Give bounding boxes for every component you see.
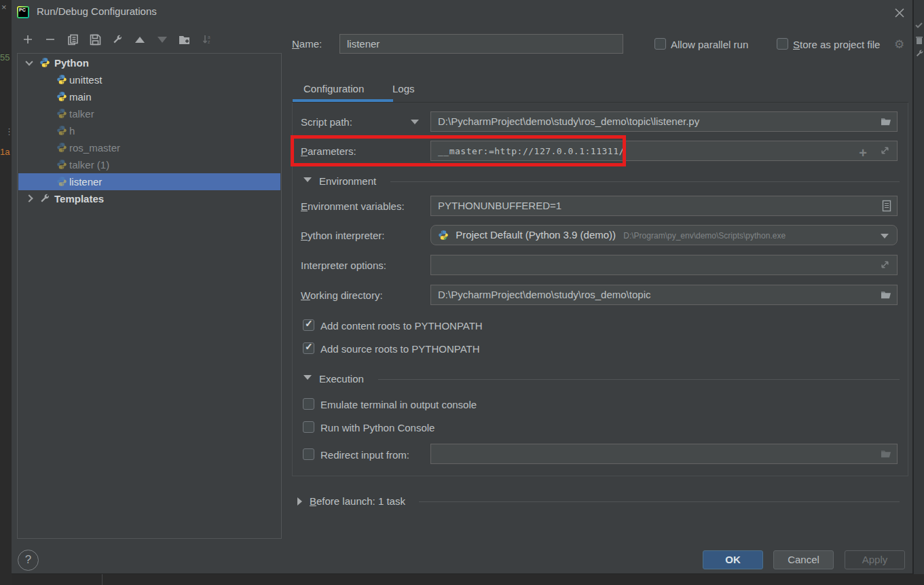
python-interpreter-combobox[interactable]: Project Default (Python 3.9 (demo)) D:\P… bbox=[430, 225, 898, 245]
before-launch-expand-icon[interactable] bbox=[297, 497, 302, 506]
script-path-value: D:\PycharmProject\demo\study\ros_demo\to… bbox=[438, 116, 699, 127]
redirect-input-label[interactable]: Redirect input from: bbox=[320, 449, 409, 461]
move-down-icon bbox=[153, 31, 171, 48]
python-icon bbox=[56, 74, 67, 85]
python-icon bbox=[56, 142, 67, 153]
screen: × 55 ⋮ 1a PC Run/Debug Configurations bbox=[0, 0, 924, 585]
tab-configuration[interactable]: Configuration bbox=[303, 83, 364, 94]
interpreter-dropdown-icon[interactable] bbox=[881, 234, 889, 238]
interpreter-options-field[interactable] bbox=[430, 255, 898, 275]
environment-section-divider bbox=[390, 181, 900, 182]
tree-item-ros-master[interactable]: ros_master bbox=[18, 139, 280, 156]
environment-section-header[interactable]: Environment bbox=[319, 175, 376, 187]
expand-field-icon[interactable] bbox=[880, 145, 890, 156]
pycharm-logo-icon: PC bbox=[17, 6, 29, 18]
run-python-console-checkbox[interactable] bbox=[303, 421, 314, 433]
dialog-title: Run/Debug Configurations bbox=[37, 5, 157, 17]
background-ide-right bbox=[913, 0, 924, 585]
redirect-input-checkbox[interactable] bbox=[303, 448, 314, 460]
folder-icon[interactable] bbox=[881, 116, 891, 126]
chevron-down-icon[interactable] bbox=[25, 58, 33, 65]
redirect-input-field[interactable] bbox=[430, 444, 898, 464]
parameters-field[interactable]: __master:=http://127.0.0.1:11311/ + bbox=[430, 141, 898, 161]
background-ide-bottom bbox=[12, 574, 924, 585]
tree-item-unittest[interactable]: unittest bbox=[18, 71, 280, 88]
edit-templates-icon[interactable] bbox=[109, 31, 126, 48]
remove-configuration-button[interactable] bbox=[41, 31, 59, 48]
add-configuration-button[interactable] bbox=[19, 31, 37, 48]
emulate-terminal-label[interactable]: Emulate terminal in output console bbox=[320, 399, 477, 410]
python-icon bbox=[56, 125, 67, 136]
tree-group-python[interactable]: Python bbox=[18, 54, 280, 71]
sort-alphabetically-icon: az bbox=[198, 31, 216, 48]
dialog-titlebar[interactable]: PC Run/Debug Configurations bbox=[12, 0, 912, 24]
working-directory-field[interactable]: D:\PycharmProject\demo\study\ros_demo\to… bbox=[430, 285, 898, 305]
tab-logs[interactable]: Logs bbox=[392, 83, 415, 94]
tree-item-label[interactable]: talker bbox=[69, 105, 94, 122]
expand-field-icon[interactable] bbox=[880, 260, 890, 270]
execution-collapse-icon[interactable] bbox=[303, 375, 312, 380]
before-launch-divider bbox=[419, 501, 900, 502]
new-folder-icon[interactable] bbox=[176, 31, 193, 48]
tree-group-label[interactable]: Templates bbox=[54, 190, 104, 207]
run-python-console-label[interactable]: Run with Python Console bbox=[320, 422, 435, 433]
close-icon[interactable] bbox=[891, 5, 908, 21]
edit-variables-icon[interactable] bbox=[882, 200, 891, 212]
working-directory-value: D:\PycharmProject\demo\study\ros_demo\to… bbox=[438, 289, 650, 300]
tree-item-label[interactable]: unittest bbox=[69, 71, 102, 88]
add-source-roots-checkbox[interactable] bbox=[303, 342, 314, 354]
emulate-terminal-checkbox[interactable] bbox=[303, 398, 314, 410]
allow-parallel-run-label[interactable]: Allow parallel run bbox=[671, 39, 748, 50]
ok-button[interactable]: OK bbox=[703, 550, 763, 569]
execution-section-header[interactable]: Execution bbox=[319, 373, 364, 385]
script-path-dropdown-icon[interactable] bbox=[411, 120, 419, 124]
add-source-roots-label[interactable]: Add source roots to PYTHONPATH bbox=[320, 343, 480, 355]
tree-item-talker[interactable]: talker bbox=[18, 105, 280, 122]
tree-group-label[interactable]: Python bbox=[54, 54, 89, 71]
tree-item-h[interactable]: h bbox=[18, 122, 280, 139]
gear-icon[interactable]: ⚙ bbox=[894, 37, 904, 52]
chevron-right-icon[interactable] bbox=[25, 194, 33, 202]
python-icon bbox=[56, 91, 67, 102]
name-input[interactable] bbox=[339, 34, 623, 54]
copy-configuration-icon[interactable] bbox=[64, 31, 81, 48]
background-green-number-fragment: 55 bbox=[0, 52, 10, 63]
python-interpreter-path: D:\Program\py_env\demo\Scripts\python.ex… bbox=[623, 231, 786, 241]
tree-item-label[interactable]: h bbox=[69, 122, 75, 139]
python-interpreter-value: Project Default (Python 3.9 (demo)) bbox=[456, 229, 616, 241]
tree-item-listener-selected[interactable]: listener bbox=[18, 173, 280, 190]
tree-item-label[interactable]: listener bbox=[69, 173, 102, 190]
tree-item-label[interactable]: ros_master bbox=[69, 139, 120, 156]
background-wrench-icon bbox=[915, 49, 924, 58]
move-up-icon[interactable] bbox=[131, 31, 149, 48]
svg-text:a: a bbox=[208, 35, 210, 39]
parameters-label: Parameters: bbox=[301, 145, 356, 157]
save-configuration-icon[interactable] bbox=[86, 31, 104, 48]
tree-item-main[interactable]: main bbox=[18, 88, 280, 105]
folder-icon[interactable] bbox=[881, 448, 891, 458]
tree-item-talker-1[interactable]: talker (1) bbox=[18, 156, 280, 173]
environment-variables-field[interactable]: PYTHONUNBUFFERED=1 bbox=[430, 196, 898, 216]
add-content-roots-label[interactable]: Add content roots to PYTHONPATH bbox=[320, 320, 483, 332]
before-launch-header[interactable]: Before launch: 1 task bbox=[310, 495, 405, 507]
script-path-label: Script path: bbox=[301, 116, 352, 128]
store-as-project-file-checkbox[interactable] bbox=[777, 38, 788, 50]
help-button[interactable]: ? bbox=[18, 550, 39, 571]
environment-collapse-icon[interactable] bbox=[303, 177, 312, 182]
allow-parallel-run-checkbox[interactable] bbox=[654, 38, 666, 50]
interpreter-options-label: Interpreter options: bbox=[301, 260, 386, 271]
add-macro-icon[interactable]: + bbox=[859, 143, 867, 161]
tree-item-label[interactable]: main bbox=[69, 88, 92, 105]
configurations-toolbar: az bbox=[19, 31, 216, 48]
add-content-roots-checkbox[interactable] bbox=[303, 319, 314, 331]
background-ide-left: × 55 ⋮ 1a bbox=[0, 0, 12, 585]
tree-item-label[interactable]: talker (1) bbox=[69, 156, 109, 173]
script-path-field[interactable]: D:\PycharmProject\demo\study\ros_demo\to… bbox=[430, 111, 898, 132]
store-as-project-file-label[interactable]: Store as project file bbox=[793, 39, 880, 50]
folder-icon[interactable] bbox=[881, 289, 891, 299]
python-icon bbox=[56, 108, 67, 119]
environment-variables-label: Environment variables: bbox=[301, 200, 405, 212]
wrench-icon bbox=[39, 193, 50, 204]
tree-group-templates[interactable]: Templates bbox=[18, 190, 280, 207]
cancel-button[interactable]: Cancel bbox=[773, 550, 834, 569]
